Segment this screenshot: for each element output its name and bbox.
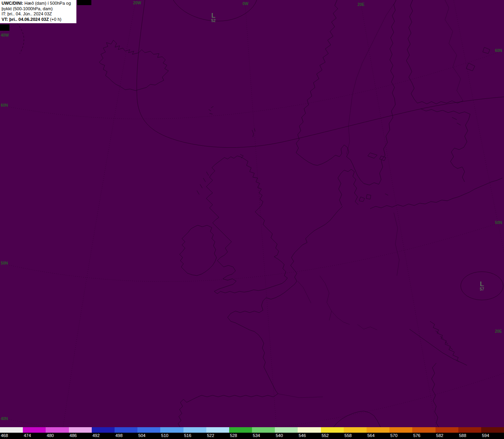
colorbar-segment xyxy=(115,427,137,433)
product-desc-1: Hæð (dam) í 500hPa og xyxy=(23,1,71,6)
colorbar-tick-label: 474 xyxy=(23,433,46,439)
grid-label-60n: 60N xyxy=(1,103,8,107)
grid-label-40w: 40W xyxy=(1,33,9,37)
colorbar-segment xyxy=(481,427,504,433)
grid-label-20w: 20W xyxy=(133,1,141,5)
grid-label-60n: 60N xyxy=(495,48,502,53)
colorbar-tick-label: 492 xyxy=(92,433,115,439)
low-value: 52 xyxy=(208,19,219,23)
colorbar-segment xyxy=(412,427,435,433)
valid-time-line: VT: þri.. 04.06.2024 03Z (+0 h) xyxy=(2,17,75,22)
grid-label-40n: 40N xyxy=(1,417,8,421)
low-symbol: L xyxy=(476,281,487,287)
low-pressure-marker: L 57 xyxy=(476,281,487,291)
colorbar-segment xyxy=(23,427,46,433)
colorbar-segment xyxy=(229,427,252,433)
colorbar-tick-label: 540 xyxy=(275,433,298,439)
info-line-1: UWC/DINI: Hæð (dam) í 500hPa og xyxy=(2,1,75,6)
low-symbol: L xyxy=(208,13,219,19)
colorbar-tick-label: 480 xyxy=(46,433,69,439)
map-info-box: UWC/DINI: Hæð (dam) í 500hPa og þykkt (5… xyxy=(0,0,76,23)
colorbar-tick-label: 498 xyxy=(115,433,137,439)
colorbar-segment xyxy=(298,427,321,433)
colorbar: 4684744804864924985045105165225285345405… xyxy=(0,427,504,439)
colorbar-tick-labels: 4684744804864924985045105165225285345405… xyxy=(0,433,504,439)
grid-label-50n: 50N xyxy=(1,261,8,265)
grid-label-0w: 0W xyxy=(243,2,248,6)
colorbar-tick-label: 576 xyxy=(412,433,435,439)
colorbar-tick-label: 522 xyxy=(206,433,229,439)
contour-label-box xyxy=(0,24,9,31)
colorbar-segment xyxy=(458,427,481,433)
colorbar-tick-label: 570 xyxy=(389,433,412,439)
colorbar-tick-label: 552 xyxy=(321,433,344,439)
grid-label-50n: 50N xyxy=(495,220,502,225)
colorbar-tick-label: 510 xyxy=(160,433,183,439)
colorbar-tick-label: 468 xyxy=(0,433,23,439)
colorbar-segment xyxy=(0,427,23,433)
low-value: 57 xyxy=(476,287,487,291)
country-borders xyxy=(278,0,463,398)
contour-label-box xyxy=(77,0,91,5)
info-line-2: þykkt (500-1000hPa, dam) xyxy=(2,6,75,12)
colorbar-segment xyxy=(344,427,367,433)
colorbar-segment xyxy=(389,427,412,433)
colorbar-tick-label: 588 xyxy=(458,433,481,439)
colorbar-tick-label: 516 xyxy=(183,433,206,439)
colorbar-segment xyxy=(92,427,115,433)
colorbar-tick-label: 528 xyxy=(229,433,252,439)
colorbar-segment xyxy=(275,427,298,433)
colorbar-segment xyxy=(435,427,458,433)
graticule-lines xyxy=(0,0,504,427)
product-code: UWC/DINI: xyxy=(2,1,23,6)
colorbar-tick-label: 594 xyxy=(481,433,504,439)
colorbar-tick-label: 534 xyxy=(252,433,275,439)
colorbar-segment xyxy=(69,427,92,433)
coastlines xyxy=(99,0,502,427)
low-pressure-marker: L 52 xyxy=(208,13,219,23)
colorbar-segment xyxy=(46,427,69,433)
colorbar-segment xyxy=(367,427,389,433)
colorbar-segment xyxy=(206,427,229,433)
colorbar-segment xyxy=(183,427,206,433)
colorbar-tick-label: 546 xyxy=(298,433,321,439)
colorbar-segment xyxy=(160,427,183,433)
height-contour-lines xyxy=(137,0,504,300)
grid-label-20e: 20E xyxy=(495,329,502,333)
colorbar-tick-label: 486 xyxy=(69,433,92,439)
colorbar-tick-label: 582 xyxy=(435,433,458,439)
colorbar-tick-label: 564 xyxy=(367,433,389,439)
init-time-line: IT: þri.. 04. Jún.. 2024 03Z xyxy=(2,11,75,17)
colorbar-segments xyxy=(0,427,504,433)
colorbar-segment xyxy=(321,427,344,433)
colorbar-segment xyxy=(252,427,275,433)
grid-label-20e: 20E xyxy=(358,2,365,7)
colorbar-tick-label: 504 xyxy=(137,433,160,439)
map-graphics-svg xyxy=(0,0,504,427)
weather-map-canvas: UWC/DINI: Hæð (dam) í 500hPa og þykkt (5… xyxy=(0,0,504,427)
valid-time: VT: þri.. 04.06.2024 03Z xyxy=(2,17,49,22)
colorbar-tick-label: 558 xyxy=(344,433,367,439)
valid-time-offset: (+0 h) xyxy=(49,17,61,22)
colorbar-segment xyxy=(137,427,160,433)
